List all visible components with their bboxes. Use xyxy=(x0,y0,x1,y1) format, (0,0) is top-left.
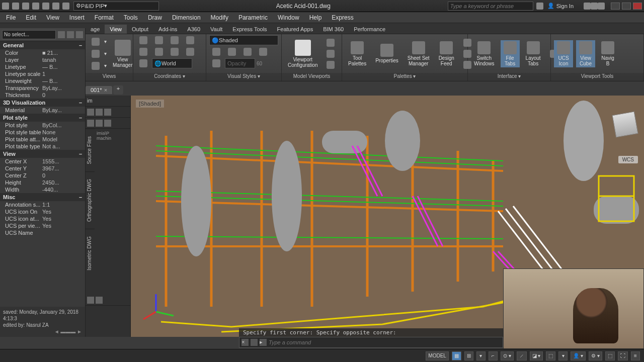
workspace-toggle[interactable]: ⬚ xyxy=(605,351,615,360)
customize[interactable]: ≡ xyxy=(631,351,640,360)
visual-style-dropdown[interactable]: 🔵 Shaded xyxy=(209,35,278,45)
menu-draw[interactable]: Draw xyxy=(143,13,167,22)
search-input[interactable]: Type a keyword or phrase xyxy=(448,2,533,11)
strip-icon[interactable] xyxy=(87,109,94,116)
prop-row[interactable]: Plot table att...Model xyxy=(0,136,85,143)
vs-icon[interactable] xyxy=(256,47,270,57)
opacity-field[interactable]: Opacity xyxy=(225,58,255,68)
prop-row[interactable]: Plot styleByCol... xyxy=(0,122,85,129)
section-view[interactable]: View– xyxy=(0,150,85,158)
section-misc[interactable]: Misc– xyxy=(0,193,85,201)
view-tool-icon[interactable] xyxy=(89,49,103,59)
vs-icon[interactable] xyxy=(209,58,223,68)
ribbon-tab-featured-apps[interactable]: Featured Apps xyxy=(272,25,318,34)
sheet-set-manager-button[interactable]: Sheet Set Manager xyxy=(405,40,433,67)
vp-icon[interactable] xyxy=(324,38,338,48)
snap-toggle[interactable]: ⊞ xyxy=(464,351,473,360)
close-icon[interactable]: × xyxy=(104,87,107,93)
options-icon[interactable] xyxy=(251,339,258,346)
ribbon-tab-a360[interactable]: A360 xyxy=(182,25,205,34)
section-viz3d[interactable]: 3D Visualization– xyxy=(0,99,85,107)
menu-insert[interactable]: Insert xyxy=(64,13,90,22)
properties-button[interactable]: Properties xyxy=(372,43,401,64)
autodesk-icon[interactable] xyxy=(591,3,598,10)
prop-row[interactable]: Width-440... xyxy=(0,186,85,193)
prop-value[interactable]: Not a... xyxy=(42,143,85,149)
prop-value[interactable]: 1555... xyxy=(42,158,85,164)
prop-row[interactable]: UCS icon at...Yes xyxy=(0,215,85,222)
prop-row[interactable]: UCS icon OnYes xyxy=(0,208,85,215)
close-button[interactable] xyxy=(633,3,642,10)
prop-value[interactable]: 2450... xyxy=(42,179,85,186)
prop-row[interactable]: Linetype scale1 xyxy=(0,70,85,77)
prop-value[interactable]: None xyxy=(42,129,85,135)
prop-value[interactable]: Yes xyxy=(42,209,85,215)
prop-value[interactable]: ByCol... xyxy=(42,122,85,128)
prop-row[interactable]: TransparencyByLay... xyxy=(0,84,85,92)
ucs-icon-button[interactable]: UCS Icon xyxy=(554,40,573,67)
maximize-button[interactable] xyxy=(622,3,631,10)
world-dropdown[interactable]: 🌐 World xyxy=(152,58,192,68)
ucs-icon[interactable] xyxy=(168,35,182,45)
open-icon[interactable] xyxy=(22,3,29,10)
vp-icon[interactable] xyxy=(324,49,338,59)
layout-tabs-button[interactable]: Layout Tabs xyxy=(523,40,544,67)
anno-scale[interactable]: 👤 ▾ xyxy=(571,351,586,360)
vs-icon[interactable] xyxy=(225,47,239,57)
prop-row[interactable]: MaterialByLay... xyxy=(0,107,85,114)
ribbon-tab-express-tools[interactable]: Express Tools xyxy=(227,25,272,34)
prop-value[interactable]: tanah xyxy=(42,57,85,63)
close-icon[interactable]: × xyxy=(242,339,249,346)
command-input[interactable] xyxy=(269,339,501,345)
document-tab[interactable]: 001*× xyxy=(86,86,112,94)
new-tab-button[interactable]: + xyxy=(113,85,123,95)
status-toggle[interactable]: ▾ xyxy=(558,351,568,360)
menu-tools[interactable]: Tools xyxy=(119,13,143,22)
status-toggle[interactable]: ▾ xyxy=(476,351,486,360)
help-icon[interactable] xyxy=(598,3,605,10)
menu-parametric[interactable]: Parametric xyxy=(233,13,273,22)
prop-value[interactable]: ■ 21... xyxy=(42,50,85,56)
view-tool-icon[interactable] xyxy=(89,61,103,71)
undo-icon[interactable] xyxy=(52,3,59,10)
wcs-badge[interactable]: WCS xyxy=(618,156,638,163)
prop-value[interactable]: Yes xyxy=(42,223,85,229)
ribbon-tab-bim-360[interactable]: BIM 360 xyxy=(318,25,349,34)
navigation-bar-button[interactable]: Navig B xyxy=(598,40,617,67)
polar-toggle[interactable]: ⊙ ▾ xyxy=(501,351,514,360)
view-cube[interactable] xyxy=(612,111,638,137)
search-icon[interactable] xyxy=(536,3,543,10)
ucs-icon[interactable] xyxy=(152,35,166,45)
prop-row[interactable]: Thickness0 xyxy=(0,92,85,99)
status-toggle[interactable]: ◪ ▾ xyxy=(530,351,543,360)
strip-icon[interactable] xyxy=(87,297,94,304)
status-toggle[interactable]: ⬚ xyxy=(546,351,555,360)
prop-row[interactable]: Layertanah xyxy=(0,56,85,63)
prop-value[interactable]: — B... xyxy=(42,78,85,84)
status-toggle[interactable]: ⚙ ▾ xyxy=(589,351,602,360)
tab-source-files[interactable]: Source Files xyxy=(86,129,95,171)
view-tool-icon[interactable] xyxy=(89,37,103,47)
ortho-toggle[interactable]: ⌐ xyxy=(489,351,498,360)
ribbon-tab-age[interactable]: age xyxy=(86,25,105,34)
menu-express[interactable]: Express xyxy=(327,13,358,22)
prop-row[interactable]: Center Y3967... xyxy=(0,165,85,172)
tab-iso-dwg[interactable]: Isometric DWG xyxy=(86,229,95,278)
prop-row[interactable]: Center Z0 xyxy=(0,172,85,179)
ribbon-tab-vault[interactable]: Vault xyxy=(205,25,227,34)
pickadd-icon[interactable] xyxy=(67,31,74,38)
prop-row[interactable]: UCS per view...Yes xyxy=(0,222,85,229)
prop-value[interactable]: 1 xyxy=(42,71,85,77)
menu-help[interactable]: Help xyxy=(304,13,327,22)
redo-icon[interactable] xyxy=(62,3,69,10)
prop-row[interactable]: Color■ 21... xyxy=(0,49,85,56)
ribbon-tab-add-ins[interactable]: Add-ins xyxy=(153,25,182,34)
prop-row[interactable]: Height2450... xyxy=(0,179,85,186)
strip-icon[interactable] xyxy=(96,297,103,304)
menu-modify[interactable]: Modify xyxy=(206,13,233,22)
view-cube-button[interactable]: View Cube xyxy=(576,40,595,67)
viewport-config-button[interactable]: Viewport Configuration xyxy=(285,39,320,69)
section-general[interactable]: General– xyxy=(0,41,85,49)
strip-icon[interactable] xyxy=(96,120,103,127)
section-plot[interactable]: Plot style– xyxy=(0,114,85,122)
